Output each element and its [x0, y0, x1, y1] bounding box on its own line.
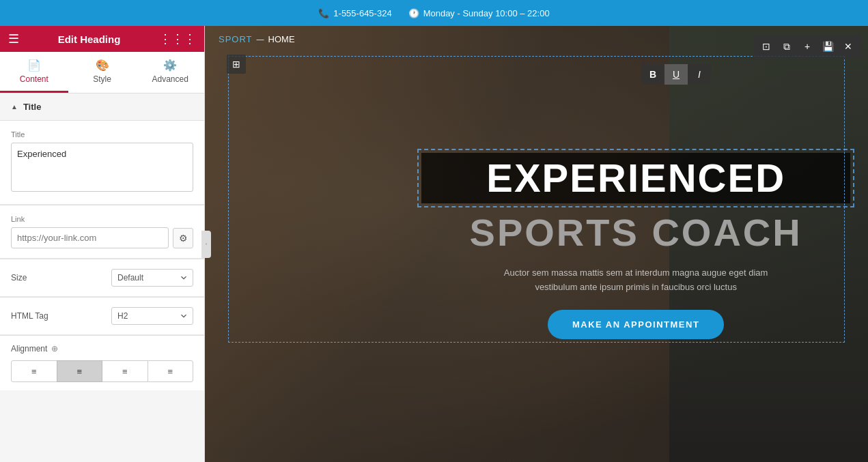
underline-button[interactable]: U [664, 64, 688, 85]
html-tag-label: HTML Tag [11, 311, 48, 321]
alignment-buttons: ≡ ≡ ≡ ≡ [11, 360, 193, 382]
size-row: Size Default Small Medium Large XL XXL [11, 269, 193, 287]
hours-text: Monday - Sunday 10:00 – 22:00 [423, 8, 550, 18]
align-right-icon: ≡ [122, 366, 128, 377]
content-tab-icon: 📄 [27, 59, 41, 72]
section-title-header[interactable]: ▲ Title [0, 93, 204, 121]
style-tab-label: Style [93, 74, 111, 84]
sub-heading: SPORTS COACH [470, 212, 802, 254]
breadcrumb-home: HOME [268, 34, 295, 44]
alignment-section: Alignment ⊕ ≡ ≡ ≡ ≡ [0, 336, 204, 390]
link-settings-button[interactable]: ⚙ [173, 228, 193, 248]
hero-description: Auctor sem massa mattis sem at interdum … [499, 266, 772, 295]
grid-icon[interactable]: ⋮⋮⋮ [159, 31, 196, 46]
link-label: Link [11, 215, 193, 223]
toolbar-layout-button[interactable]: ⊡ [757, 38, 775, 55]
title-field-section: Title Experienced [0, 121, 204, 205]
toolbar-duplicate-button[interactable]: ⧉ [778, 38, 796, 55]
link-field-section: Link https://your-link.com ⚙ [0, 205, 204, 259]
bold-button[interactable]: B [641, 64, 664, 85]
align-justify-icon: ≡ [167, 366, 173, 377]
toolbar-close-button[interactable]: ✕ [839, 38, 857, 55]
phone-info: 📞 1-555-645-324 [318, 8, 391, 18]
panel-collapse-toggle[interactable]: ‹ [201, 231, 211, 258]
hero-content: EXPERIENCED SPORTS COACH Auctor sem mass… [404, 26, 868, 462]
align-left-icon: ≡ [31, 366, 37, 377]
align-center-button[interactable]: ≡ [57, 360, 103, 382]
title-label: Title [11, 130, 193, 139]
tab-advanced[interactable]: ⚙️ Advanced [136, 52, 204, 93]
panel-header: ☰ Edit Heading ⋮⋮⋮ [0, 26, 204, 52]
section-arrow-icon: ▲ [11, 103, 18, 111]
content-tab-label: Content [20, 74, 48, 84]
panel-tabs: 📄 Content 🎨 Style ⚙️ Advanced [0, 52, 204, 93]
panel-content: ▲ Title Title Experienced Link https://y… [0, 93, 204, 462]
title-textarea[interactable]: Experienced [11, 143, 193, 192]
alignment-label-row: Alignment ⊕ [11, 344, 193, 353]
hours-info: 🕐 Monday - Sunday 10:00 – 22:00 [408, 8, 550, 18]
toolbar-save-button[interactable]: 💾 [819, 38, 837, 55]
hero-area: SPORT — HOME ⊞ B U I EXPERIENCED SPORT [205, 26, 868, 462]
link-input-row: https://your-link.com ⚙ [11, 227, 193, 248]
canvas-area: ⊡ ⧉ + 💾 ✕ SPORT — HOME ⊞ B [205, 26, 868, 462]
tab-content[interactable]: 📄 Content [0, 52, 68, 93]
heading-selection-box[interactable]: EXPERIENCED [417, 149, 854, 207]
breadcrumb-separator: — [257, 35, 264, 43]
align-right-button[interactable]: ≡ [102, 360, 148, 382]
element-move-handle[interactable]: ⊞ [227, 55, 246, 74]
text-format-toolbar: B U I [641, 64, 711, 85]
clock-icon: 🕐 [408, 8, 419, 18]
main-heading: EXPERIENCED [421, 153, 850, 203]
tab-style[interactable]: 🎨 Style [68, 52, 137, 93]
advanced-tab-label: Advanced [152, 74, 188, 84]
phone-icon: 📞 [318, 8, 329, 18]
toolbar-add-button[interactable]: + [798, 38, 816, 55]
italic-button[interactable]: I [688, 64, 711, 85]
size-field-section: Size Default Small Medium Large XL XXL [0, 259, 204, 297]
html-tag-row: HTML Tag H1 H2 H3 H4 H5 H6 div span p [11, 307, 193, 325]
main-layout: ☰ Edit Heading ⋮⋮⋮ 📄 Content 🎨 Style ⚙️ … [0, 26, 868, 462]
size-label: Size [11, 273, 27, 283]
section-title-label: Title [23, 102, 42, 112]
align-left-button[interactable]: ≡ [11, 360, 57, 382]
hamburger-icon[interactable]: ☰ [8, 31, 19, 46]
link-input[interactable]: https://your-link.com [11, 227, 169, 248]
html-tag-field-section: HTML Tag H1 H2 H3 H4 H5 H6 div span p [0, 298, 204, 335]
style-tab-icon: 🎨 [96, 59, 109, 72]
alignment-label: Alignment [11, 344, 47, 353]
floating-toolbar: ⊡ ⧉ + 💾 ✕ [753, 35, 861, 58]
align-center-icon: ≡ [76, 366, 82, 377]
breadcrumb-sport: SPORT [219, 34, 253, 44]
html-tag-select[interactable]: H1 H2 H3 H4 H5 H6 div span p [111, 307, 193, 325]
align-justify-button[interactable]: ≡ [148, 360, 194, 382]
panel-title: Edit Heading [58, 33, 121, 45]
cta-button[interactable]: MAKE AN APPOINTMENT [548, 310, 724, 339]
size-select[interactable]: Default Small Medium Large XL XXL [111, 269, 193, 287]
top-bar: 📞 1-555-645-324 🕐 Monday - Sunday 10:00 … [0, 0, 868, 26]
advanced-tab-icon: ⚙️ [163, 59, 177, 72]
alignment-help-icon: ⊕ [51, 344, 58, 353]
left-panel: ☰ Edit Heading ⋮⋮⋮ 📄 Content 🎨 Style ⚙️ … [0, 26, 205, 462]
phone-number: 1-555-645-324 [333, 8, 391, 18]
